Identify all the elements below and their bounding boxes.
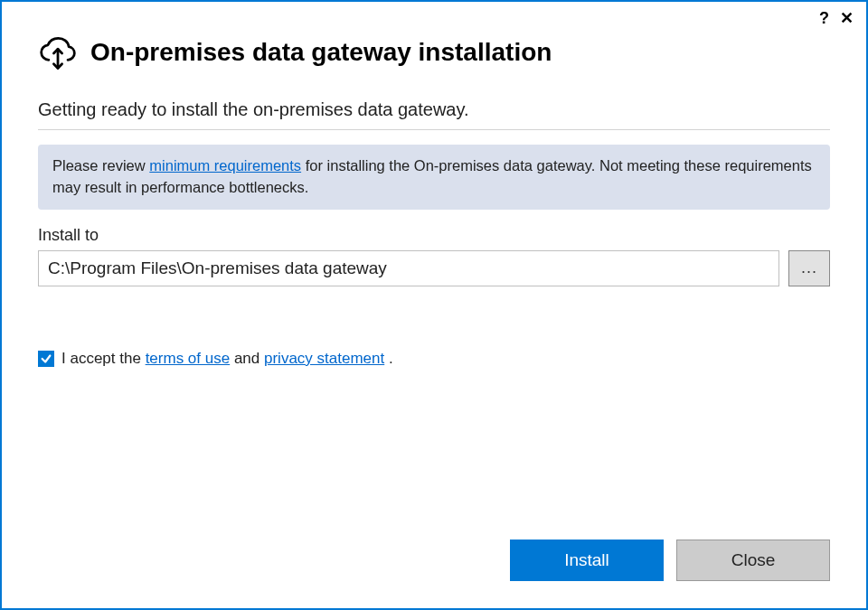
header: On-premises data gateway installation [38, 33, 830, 72]
page-title: On-premises data gateway installation [90, 38, 552, 67]
close-button[interactable]: Close [676, 540, 830, 581]
cloud-upload-icon [38, 33, 78, 72]
info-prefix: Please review [52, 157, 149, 174]
minimum-requirements-link[interactable]: minimum requirements [149, 157, 301, 174]
privacy-statement-link[interactable]: privacy statement [264, 350, 384, 367]
accept-checkbox[interactable] [38, 351, 54, 367]
footer: Install Close [2, 521, 866, 608]
terms-of-use-link[interactable]: terms of use [146, 350, 231, 367]
accept-text: I accept the terms of use and privacy st… [61, 350, 393, 368]
help-icon[interactable]: ? [819, 9, 829, 28]
browse-button[interactable]: ... [788, 250, 830, 286]
installer-window: ? ✕ On-premises data gateway installatio… [0, 0, 868, 610]
install-path-row: ... [38, 250, 830, 286]
requirements-info-box: Please review minimum requirements for i… [38, 145, 830, 210]
titlebar: ? ✕ [2, 2, 866, 29]
content-area: On-premises data gateway installation Ge… [2, 29, 866, 521]
accept-terms-row: I accept the terms of use and privacy st… [38, 350, 830, 368]
subtitle: Getting ready to install the on-premises… [38, 99, 830, 130]
install-to-label: Install to [38, 226, 830, 245]
close-icon[interactable]: ✕ [838, 8, 855, 28]
install-path-input[interactable] [38, 250, 779, 286]
install-button[interactable]: Install [510, 540, 664, 581]
